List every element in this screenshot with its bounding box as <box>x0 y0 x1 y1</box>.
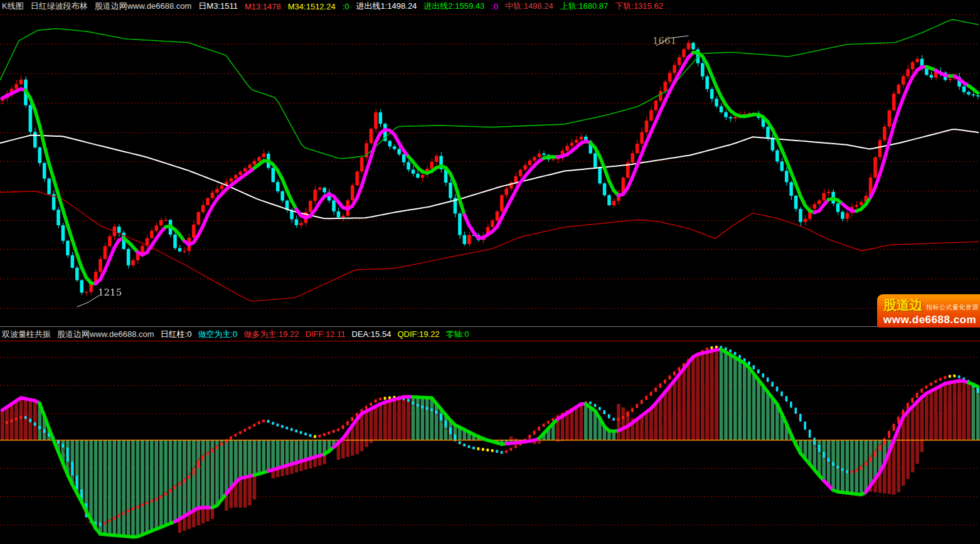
legend-item: 股道边网www.de6688.com <box>57 329 154 340</box>
panel2-header: 双波量柱共振股道边网www.de6688.com日红柱:0做空为主:0做多为主:… <box>0 328 980 341</box>
legend-item: 进出线2:1559.43 <box>423 1 484 12</box>
legend-item: 日红绿波段布林 <box>31 1 88 12</box>
logo-brand: 股道边 <box>883 296 923 314</box>
logo-tagline: 指标公式量化资源 <box>926 303 979 312</box>
legend-item: M34:1512.24 <box>288 2 336 11</box>
legend-item: 进出线1:1498.24 <box>356 1 417 12</box>
legend-item: :0 <box>343 2 349 11</box>
legend-item: QDIF:19.22 <box>397 329 439 339</box>
legend-item: 日M3:1511 <box>198 1 238 12</box>
legend-item: 股道边网www.de6688.com <box>95 1 192 12</box>
chart-canvas[interactable] <box>0 0 980 544</box>
price-annotation-high: 1661 <box>652 35 676 46</box>
logo-row: 股道边 指标公式量化资源 <box>883 296 980 314</box>
legend-item: 日红柱:0 <box>161 329 192 340</box>
panel1-header: K线图日红绿波段布林股道边网www.de6688.com日M3:1511M13:… <box>0 0 980 13</box>
legend-item: 双波量柱共振 <box>2 329 51 340</box>
legend-item: DEA:15.54 <box>352 329 391 339</box>
site-logo-banner[interactable]: 股道边 指标公式量化资源 www.de6688.com <box>877 294 980 328</box>
legend-item: 零轴:0 <box>446 329 469 340</box>
legend-item: K线图 <box>2 1 24 12</box>
legend-item: DIFF:12.11 <box>305 329 345 339</box>
legend-item: 上轨:1680.87 <box>560 1 609 12</box>
legend-item: 做多为主:19.22 <box>243 329 299 340</box>
price-annotation-low: 1215 <box>98 287 122 298</box>
charting-app: K线图日红绿波段布林股道边网www.de6688.com日M3:1511M13:… <box>0 0 980 544</box>
legend-item: :0 <box>491 2 498 11</box>
legend-item: 中轨:1498.24 <box>505 1 553 12</box>
legend-item: 做空为主:0 <box>198 329 237 340</box>
panel-separator <box>0 326 980 327</box>
legend-item: 下轨:1315.62 <box>615 1 663 12</box>
legend-item: M13:1478 <box>245 2 281 11</box>
logo-url: www.de6688.com <box>883 314 980 326</box>
